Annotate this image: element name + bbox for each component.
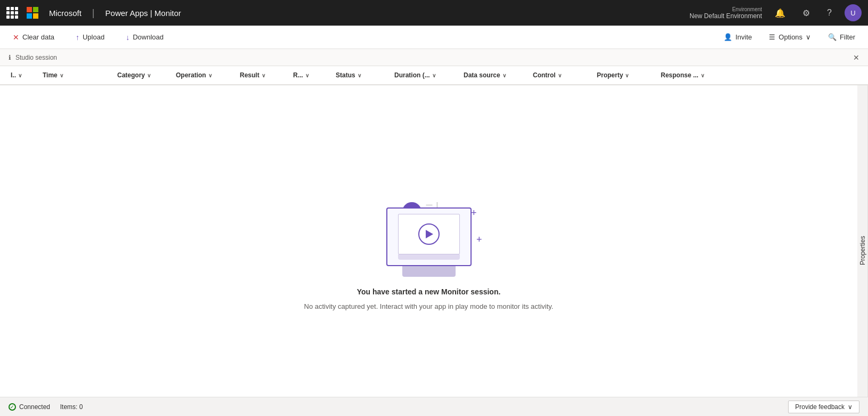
session-label: Studio session [15,54,57,61]
col-header-datasource[interactable]: Data source ∨ [459,71,529,79]
app-name: Power Apps | Monitor [106,9,181,18]
chevron-down-icon: ∨ [18,73,22,78]
upload-button[interactable]: ↑ Upload [71,31,109,44]
chevron-down-icon: ∨ [848,403,853,411]
status-bar: ✓ Connected Items: 0 Provide feedback ∨ [0,397,868,416]
col-header-r[interactable]: R... ∨ [289,71,331,79]
filter-button[interactable]: 🔍 Filter [824,31,859,43]
connected-icon: ✓ [9,403,16,411]
chevron-down-icon: ∨ [432,73,436,78]
clear-icon: ✕ [13,33,19,42]
options-icon: ☰ [769,33,775,41]
chevron-down-icon: ∨ [625,73,629,78]
laptop-stand [402,266,456,277]
company-name: Microsoft [49,9,82,18]
invite-button[interactable]: 👤 Invite [719,31,756,43]
upload-icon: ↑ [76,33,79,42]
col-header-control[interactable]: Control ∨ [529,71,593,79]
close-session-button[interactable]: ✕ [853,53,859,62]
empty-subtitle: No activity captured yet. Interact with … [304,302,554,310]
table-body: + — | + + You have started a new Mo [0,85,857,416]
top-nav: Microsoft | Power Apps | Monitor Environ… [0,0,868,26]
invite-icon: 👤 [724,33,732,41]
col-header-result[interactable]: Result ∨ [236,71,289,79]
chevron-down-icon: ∨ [701,73,704,78]
avatar[interactable]: U [845,4,862,21]
session-bar: ℹ Studio session ✕ [0,49,868,66]
help-icon[interactable]: ? [823,6,836,20]
environment-info: Environment New Default Environment [689,6,762,20]
connection-status: ✓ Connected Items: 0 [9,403,83,411]
items-count: Items: 0 [60,403,83,411]
app-launcher-icon[interactable] [6,7,18,19]
chevron-down-icon: ∨ [358,73,361,78]
col-header-time[interactable]: Time ∨ [38,71,113,79]
col-header-duration[interactable]: Duration (... ∨ [390,71,459,79]
notifications-icon[interactable]: 🔔 [770,6,790,20]
microsoft-logo [27,7,38,19]
chevron-down-icon: ∨ [502,73,506,78]
chevron-down-icon: ∨ [60,73,63,78]
col-header-category[interactable]: Category ∨ [113,71,172,79]
chevron-down-icon: ∨ [208,73,212,78]
toolbar: ✕ Clear data ↑ Upload ↓ Download 👤 Invit… [0,26,868,49]
chevron-down-icon: ∨ [305,73,309,78]
laptop-body [386,207,472,266]
download-icon: ↓ [126,33,129,42]
chevron-down-icon: ∨ [147,73,151,78]
main-area: + — | + + You have started a new Mo [0,85,868,416]
properties-panel[interactable]: Properties [857,85,868,416]
feedback-button[interactable]: Provide feedback ∨ [788,401,859,413]
download-button[interactable]: ↓ Download [121,31,168,44]
toolbar-right: 👤 Invite ☰ Options ∨ 🔍 Filter [719,31,859,43]
table-header: I.. ∨ Time ∨ Category ∨ Operation ∨ Resu… [0,66,868,85]
plus-decoration-1: + [471,207,477,219]
clear-data-button[interactable]: ✕ Clear data [9,31,59,44]
options-button[interactable]: ☰ Options ∨ [765,31,815,43]
connected-label: Connected [19,403,50,411]
col-header-status[interactable]: Status ∨ [331,71,390,79]
chevron-down-icon: ∨ [558,73,562,78]
laptop-screen [398,214,460,254]
empty-state: + — | + + You have started a new Mo [304,191,554,310]
info-icon: ℹ [9,54,11,61]
empty-title: You have started a new Monitor session. [357,287,501,296]
laptop-base [398,254,460,260]
settings-icon[interactable]: ⚙ [798,6,814,20]
chevron-down-icon: ∨ [806,33,811,41]
col-header-i[interactable]: I.. ∨ [6,71,38,79]
play-triangle [426,230,433,238]
filter-icon: 🔍 [828,33,837,41]
plus-decoration-2: + [476,234,482,245]
col-header-operation[interactable]: Operation ∨ [172,71,236,79]
play-button-icon [418,223,440,245]
empty-illustration: + — | + + [370,191,488,277]
chevron-down-icon: ∨ [262,73,265,78]
col-header-property[interactable]: Property ∨ [593,71,656,79]
col-header-response[interactable]: Response ... ∨ [656,71,720,79]
